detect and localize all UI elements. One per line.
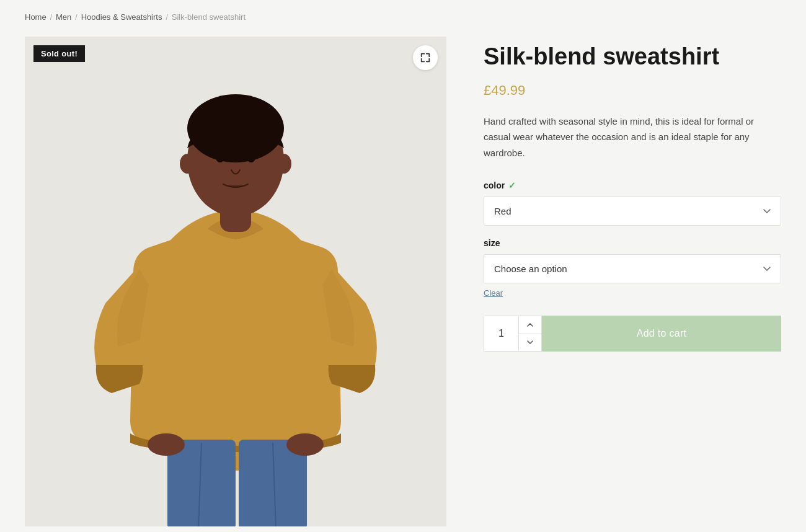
breadcrumb-home[interactable]: Home <box>25 12 46 22</box>
product-title: Silk-blend sweatshirt <box>484 43 781 71</box>
quantity-down-button[interactable] <box>519 334 541 352</box>
breadcrumb-sep-2: / <box>75 13 77 22</box>
product-details-side: Silk-blend sweatshirt £49.99 Hand crafte… <box>484 37 781 352</box>
breadcrumb-current: Silk-blend sweatshirt <box>172 12 246 22</box>
svg-point-12 <box>180 154 195 174</box>
size-label: size <box>484 238 781 248</box>
expand-image-button[interactable] <box>413 45 438 70</box>
chevron-down-icon <box>527 340 533 344</box>
product-description: Hand crafted with seasonal style in mind… <box>484 113 781 161</box>
add-to-cart-button[interactable]: Add to cart <box>542 316 781 352</box>
person-illustration <box>25 37 446 526</box>
product-image <box>25 37 446 526</box>
quantity-buttons <box>519 316 541 351</box>
clear-size-link[interactable]: Clear <box>484 288 503 298</box>
product-image-side: Sold out! <box>25 37 446 526</box>
color-label: color ✓ <box>484 180 781 190</box>
quantity-value: 1 <box>484 316 519 351</box>
breadcrumb-sep-1: / <box>50 13 52 22</box>
svg-point-13 <box>277 154 291 174</box>
color-check-icon: ✓ <box>508 180 516 190</box>
breadcrumb-sep-3: / <box>166 13 167 22</box>
size-select[interactable]: Choose an option XS S M L XL XXL <box>484 254 781 283</box>
color-option-group: color ✓ Red Blue Green Black White <box>484 180 781 226</box>
breadcrumb-men[interactable]: Men <box>56 12 71 22</box>
cart-row: 1 Add to cart <box>484 316 781 352</box>
product-layout: Sold out! <box>25 37 781 526</box>
breadcrumb: Home / Men / Hoodies & Sweatshirts / Sil… <box>25 12 781 22</box>
chevron-up-icon <box>527 323 533 327</box>
product-price: £49.99 <box>484 82 781 99</box>
sold-out-badge: Sold out! <box>33 45 85 62</box>
svg-point-15 <box>148 433 185 456</box>
breadcrumb-hoodies[interactable]: Hoodies & Sweatshirts <box>81 12 162 22</box>
quantity-up-button[interactable] <box>519 316 541 334</box>
color-select[interactable]: Red Blue Green Black White <box>484 197 781 226</box>
svg-point-16 <box>286 433 324 456</box>
size-option-group: size Choose an option XS S M L XL XXL Cl… <box>484 238 781 298</box>
expand-icon <box>420 52 431 63</box>
quantity-control: 1 <box>484 316 542 352</box>
page-wrapper: Home / Men / Hoodies & Sweatshirts / Sil… <box>0 0 806 532</box>
